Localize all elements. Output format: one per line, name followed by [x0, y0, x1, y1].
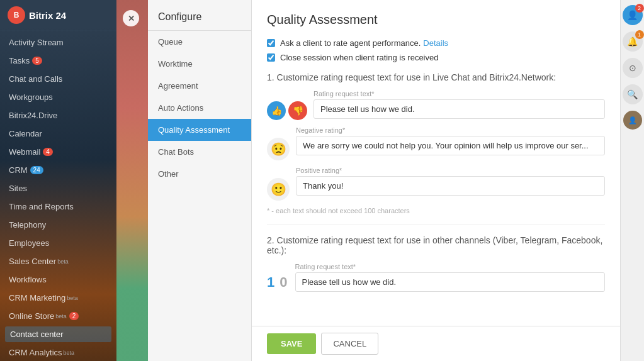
settings-icon[interactable]: 🔍 — [623, 84, 643, 104]
bell-badge: 1 — [635, 30, 644, 39]
sidebar-item-workgroups[interactable]: Workgroups — [0, 88, 116, 106]
sidebar-item-tasks[interactable]: Tasks 5 — [0, 52, 116, 70]
sidebar-item-telephony[interactable]: Telephony — [0, 216, 116, 234]
sidebar-item-time-reports[interactable]: Time and Reports — [0, 197, 116, 216]
section1-header: 1. Customize rating request text for use… — [267, 72, 605, 82]
search-icon[interactable]: ⊙ — [623, 58, 643, 78]
rating-request-label: Rating request text* — [314, 90, 605, 97]
sidebar-item-crm-marketing[interactable]: CRM Marketing beta — [0, 289, 116, 307]
thumb-up-icon: 👍 — [267, 101, 286, 120]
sidebar-item-webmail[interactable]: Webmail 4 — [0, 143, 116, 161]
rating-request-field-block: Rating request text* — [314, 90, 605, 119]
sidebar: B Bitrix 24 Activity Stream Tasks 5 Chat… — [0, 0, 116, 361]
positive-field-block: Positive rating* — [296, 167, 605, 196]
section2-header: 2. Customize rating request text for use… — [267, 235, 605, 255]
sidebar-item-workflows[interactable]: Workflows — [0, 270, 116, 289]
footer-buttons: SAVE CANCEL — [252, 326, 620, 361]
rating-request2-field-block: Rating request text* — [295, 263, 606, 292]
rating-request-input[interactable] — [314, 99, 605, 119]
configure-title: Configure — [148, 0, 251, 31]
sidebar-item-activity-stream[interactable]: Activity Stream — [0, 33, 116, 52]
close-button[interactable]: ✕ — [123, 10, 139, 26]
configure-item-quality-assessment[interactable]: Quality Assessment — [148, 119, 251, 141]
user-avatar[interactable]: 👤 — [623, 111, 642, 130]
sidebar-item-employees[interactable]: Employees — [0, 234, 116, 252]
bitrix-logo-icon: B — [8, 6, 25, 24]
configure-item-agreement[interactable]: Agreement — [148, 75, 251, 97]
number-0-icon: 0 — [280, 274, 287, 291]
thumbs-group: 👍 👎 — [267, 101, 307, 120]
number-1-icon: 1 — [267, 274, 274, 291]
configure-item-worktime[interactable]: Worktime — [148, 53, 251, 75]
sidebar-item-drive[interactable]: Bitrix24.Drive — [0, 106, 116, 125]
sidebar-item-crm-analytics[interactable]: CRM Analytics beta — [0, 343, 116, 361]
page-title: Quality Assessment — [267, 13, 605, 27]
negative-label: Negative rating* — [296, 126, 605, 134]
cancel-button[interactable]: CANCEL — [321, 333, 378, 355]
app-title: Bitrix 24 — [29, 10, 66, 21]
rating-request-row-1: 👍 👎 Rating request text* — [267, 90, 605, 120]
middle-panel: ✕ Conf... — [116, 0, 148, 361]
sad-emoji-icon: 😟 — [267, 138, 290, 160]
rating-request-row-2: 1 0 Rating request text* — [267, 263, 605, 292]
sidebar-item-calendar[interactable]: Calendar — [0, 125, 116, 143]
right-bar: 👤 2 🔔 1 ⊙ 🔍 👤 — [620, 0, 644, 361]
sidebar-item-sites[interactable]: Sites — [0, 179, 116, 197]
configure-item-other[interactable]: Other — [148, 163, 251, 185]
number-icons: 1 0 — [267, 274, 288, 291]
crm-badge: 24 — [30, 166, 43, 174]
sidebar-item-online-store[interactable]: Online Store beta 2 — [0, 307, 116, 325]
positive-label: Positive rating* — [296, 167, 605, 174]
sidebar-item-chat-calls[interactable]: Chat and Calls — [0, 70, 116, 88]
sidebar-nav: Activity Stream Tasks 5 Chat and Calls W… — [0, 31, 116, 361]
notifications-icon[interactable]: 👤 2 — [623, 5, 643, 25]
configure-item-chat-bots[interactable]: Chat Bots — [148, 141, 251, 163]
negative-rating-input[interactable] — [296, 136, 605, 155]
configure-panel: Configure Queue Worktime Agreement Auto … — [148, 0, 252, 361]
thumb-down-icon: 👎 — [288, 101, 307, 120]
notification-badge: 2 — [635, 4, 644, 13]
checkbox-close-session-label: Close session when client rating is rece… — [280, 53, 438, 62]
configure-item-auto-actions[interactable]: Auto Actions — [148, 97, 251, 119]
checkbox-row-2: Close session when client rating is rece… — [267, 53, 605, 62]
content-area: Quality Assessment Ask a client to rate … — [252, 0, 620, 326]
rating-request2-label: Rating request text* — [295, 263, 606, 270]
checkbox-rate-agent[interactable] — [267, 39, 275, 47]
rating-request2-input[interactable] — [295, 272, 606, 292]
checkbox-close-session[interactable] — [267, 53, 275, 62]
checkbox-row-1: Ask a client to rate agent performance. … — [267, 38, 605, 48]
sidebar-item-crm[interactable]: CRM 24 — [0, 161, 116, 179]
main-wrapper: Quality Assessment Ask a client to rate … — [252, 0, 620, 361]
checkbox-rate-agent-label: Ask a client to rate agent performance. — [280, 38, 421, 48]
char-note: * - each text should not exceed 100 char… — [267, 207, 605, 214]
happy-emoji-icon: 🙂 — [267, 178, 290, 201]
negative-field-block: Negative rating* — [296, 126, 605, 155]
details-link[interactable]: Details — [423, 38, 448, 48]
negative-rating-row: 😟 Negative rating* — [267, 126, 605, 160]
notification-bell-icon: 👤 — [627, 10, 638, 20]
save-button[interactable]: SAVE — [267, 333, 316, 354]
online-store-badge: 2 — [69, 312, 79, 320]
tasks-badge: 5 — [32, 57, 42, 65]
sidebar-item-sales-center[interactable]: Sales Center beta — [0, 252, 116, 270]
webmail-badge: 4 — [43, 148, 53, 156]
sidebar-item-contact-center[interactable]: Contact center — [5, 326, 111, 342]
bell-icon[interactable]: 🔔 1 — [623, 31, 643, 52]
positive-rating-row: 🙂 Positive rating* — [267, 167, 605, 201]
positive-rating-input[interactable] — [296, 176, 605, 196]
configure-item-queue[interactable]: Queue — [148, 31, 251, 53]
